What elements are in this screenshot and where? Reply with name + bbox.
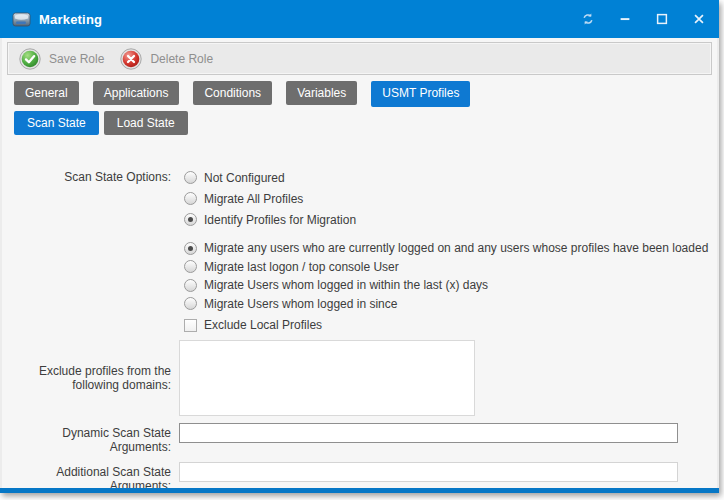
scan-state-form: Scan State Options: Not ConfiguredMigrat… xyxy=(2,167,717,488)
save-check-icon xyxy=(19,48,41,70)
main-tab-bar: GeneralApplicationsConditionsVariablesUS… xyxy=(14,81,717,107)
close-icon xyxy=(692,12,706,26)
radio-label: Migrate any users who are currently logg… xyxy=(204,241,708,255)
delete-x-icon xyxy=(120,48,142,70)
dynamic-args-label: Dynamic Scan State Arguments: xyxy=(14,423,179,454)
save-role-button[interactable]: Save Role xyxy=(13,45,114,73)
scan-state-options-label: Scan State Options: xyxy=(14,167,179,184)
radio-identify-profiles-for-migration[interactable]: Identify Profiles for Migration xyxy=(184,209,356,230)
radio-icon xyxy=(184,260,197,273)
save-role-label: Save Role xyxy=(49,52,104,66)
dynamic-scan-state-arguments-input[interactable] xyxy=(179,423,678,443)
dialog-window: Marketing xyxy=(0,0,719,493)
radio-icon xyxy=(184,171,197,184)
tab-variables[interactable]: Variables xyxy=(286,81,357,105)
window-body: Save Role Delete Role GeneralApplication… xyxy=(0,38,719,488)
exclude-local-profiles-checkbox[interactable]: Exclude Local Profiles xyxy=(184,316,708,334)
refresh-button[interactable] xyxy=(580,11,596,27)
radio-label: Migrate Users whom logged in since xyxy=(204,297,397,311)
radio-icon xyxy=(184,242,197,255)
maximize-button[interactable] xyxy=(654,11,670,27)
tab-applications[interactable]: Applications xyxy=(93,81,180,105)
delete-role-button[interactable]: Delete Role xyxy=(114,45,223,73)
scan-state-options-group: Not ConfiguredMigrate All ProfilesIdenti… xyxy=(184,167,356,230)
radio-label: Identify Profiles for Migration xyxy=(204,213,356,227)
subtab-load-state[interactable]: Load State xyxy=(104,111,188,135)
additional-scan-state-arguments-input[interactable] xyxy=(179,462,678,482)
maximize-icon xyxy=(655,12,669,26)
toolbar: Save Role Delete Role xyxy=(7,42,712,75)
radio-label: Migrate last logon / top console User xyxy=(204,260,399,274)
delete-role-label: Delete Role xyxy=(150,52,213,66)
migration-options-group: Migrate any users who are currently logg… xyxy=(184,239,708,313)
sub-tab-bar: Scan StateLoad State xyxy=(14,111,717,135)
radio-label: Not Configured xyxy=(204,171,285,185)
radio-migrate-users-whom-logged-in-within-the-last-x-days[interactable]: Migrate Users whom logged in within the … xyxy=(184,276,708,295)
radio-icon xyxy=(184,213,197,226)
exclude-domains-label: Exclude profiles from the following doma… xyxy=(14,364,179,392)
tab-usmt-profiles[interactable]: USMT Profiles xyxy=(371,81,470,107)
window-bottom-edge xyxy=(0,488,719,493)
subtab-scan-state[interactable]: Scan State xyxy=(14,111,99,135)
checkbox-icon xyxy=(184,319,197,332)
additional-args-label: Additional Scan State Arguments: xyxy=(14,462,179,488)
window-title: Marketing xyxy=(39,12,102,27)
minimize-button[interactable] xyxy=(617,11,633,27)
radio-migrate-users-whom-logged-in-since[interactable]: Migrate Users whom logged in since xyxy=(184,295,708,314)
tab-general[interactable]: General xyxy=(14,81,79,105)
refresh-icon xyxy=(581,12,595,26)
radio-label: Migrate All Profiles xyxy=(204,192,303,206)
radio-icon xyxy=(184,279,197,292)
radio-migrate-last-logon-top-console-user[interactable]: Migrate last logon / top console User xyxy=(184,258,708,277)
app-icon xyxy=(12,11,32,28)
radio-migrate-any-users-who-are-currently-logged-on-and-any-users-whose-profiles-have-been-loaded[interactable]: Migrate any users who are currently logg… xyxy=(184,239,708,258)
radio-icon xyxy=(184,297,197,310)
minimize-icon xyxy=(618,12,632,26)
radio-label: Migrate Users whom logged in within the … xyxy=(204,278,488,292)
checkbox-label: Exclude Local Profiles xyxy=(204,318,322,332)
radio-not-configured[interactable]: Not Configured xyxy=(184,167,356,188)
exclude-domains-textarea[interactable] xyxy=(179,340,475,416)
radio-migrate-all-profiles[interactable]: Migrate All Profiles xyxy=(184,188,356,209)
radio-icon xyxy=(184,192,197,205)
tab-conditions[interactable]: Conditions xyxy=(193,81,272,105)
title-bar: Marketing xyxy=(0,0,719,38)
close-button[interactable] xyxy=(691,11,707,27)
